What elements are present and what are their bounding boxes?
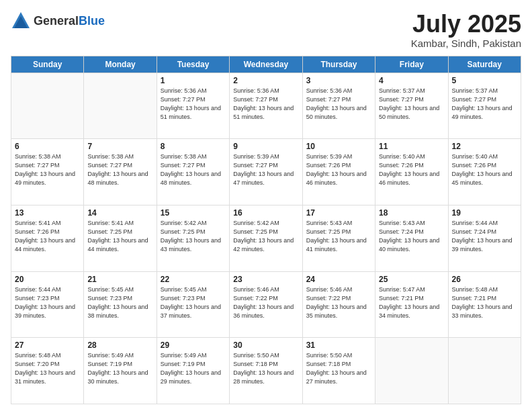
title-month: July 2025 [411,11,521,38]
day-detail: Sunrise: 5:36 AMSunset: 7:27 PMDaylight:… [233,87,298,122]
calendar-week-row: 13Sunrise: 5:41 AMSunset: 7:26 PMDayligh… [11,205,521,271]
day-number: 13 [15,208,80,218]
day-number: 18 [379,208,444,218]
calendar-header-row: Sunday Monday Tuesday Wednesday Thursday… [11,56,521,73]
table-row: 7Sunrise: 5:38 AMSunset: 7:27 PMDaylight… [84,139,157,205]
svg-rect-2 [11,11,20,20]
table-row: 14Sunrise: 5:41 AMSunset: 7:25 PMDayligh… [84,205,157,271]
table-row: 30Sunrise: 5:50 AMSunset: 7:18 PMDayligh… [230,338,302,404]
day-number: 21 [87,275,152,284]
day-detail: Sunrise: 5:43 AMSunset: 7:24 PMDaylight:… [379,219,444,254]
day-detail: Sunrise: 5:37 AMSunset: 7:27 PMDaylight:… [452,87,517,122]
day-number: 26 [452,275,517,284]
col-thursday: Thursday [302,56,375,73]
table-row: 23Sunrise: 5:46 AMSunset: 7:22 PMDayligh… [230,271,302,338]
day-number: 2 [233,76,298,85]
table-row: 2Sunrise: 5:36 AMSunset: 7:27 PMDaylight… [230,73,302,139]
day-number: 22 [161,275,226,284]
day-number: 14 [87,208,152,218]
table-row: 12Sunrise: 5:40 AMSunset: 7:26 PMDayligh… [448,139,521,205]
day-detail: Sunrise: 5:39 AMSunset: 7:26 PMDaylight:… [306,152,371,187]
table-row: 19Sunrise: 5:44 AMSunset: 7:24 PMDayligh… [448,205,521,271]
col-friday: Friday [375,56,448,73]
calendar-week-row: 27Sunrise: 5:48 AMSunset: 7:20 PMDayligh… [11,338,521,404]
day-number: 27 [15,340,80,350]
day-number: 28 [87,340,152,350]
day-detail: Sunrise: 5:36 AMSunset: 7:27 PMDaylight:… [306,87,371,122]
day-detail: Sunrise: 5:49 AMSunset: 7:19 PMDaylight:… [87,351,152,386]
table-row: 22Sunrise: 5:45 AMSunset: 7:23 PMDayligh… [157,271,229,338]
col-tuesday: Tuesday [157,56,229,73]
day-number: 3 [306,76,371,85]
logo-container: GeneralBlue [11,11,105,31]
day-number: 15 [161,208,226,218]
day-detail: Sunrise: 5:38 AMSunset: 7:27 PMDaylight:… [87,152,152,187]
col-monday: Monday [84,56,157,73]
day-number: 23 [233,275,298,284]
day-detail: Sunrise: 5:41 AMSunset: 7:25 PMDaylight:… [87,219,152,254]
table-row [11,73,84,139]
logo-text: GeneralBlue [34,15,105,28]
day-detail: Sunrise: 5:37 AMSunset: 7:27 PMDaylight:… [379,87,444,122]
table-row: 31Sunrise: 5:50 AMSunset: 7:18 PMDayligh… [302,338,375,404]
day-detail: Sunrise: 5:41 AMSunset: 7:26 PMDaylight:… [15,219,80,254]
table-row: 25Sunrise: 5:47 AMSunset: 7:21 PMDayligh… [375,271,448,338]
table-row: 5Sunrise: 5:37 AMSunset: 7:27 PMDaylight… [448,73,521,139]
table-row: 17Sunrise: 5:43 AMSunset: 7:25 PMDayligh… [302,205,375,271]
day-number: 5 [452,76,517,85]
table-row: 16Sunrise: 5:42 AMSunset: 7:25 PMDayligh… [230,205,302,271]
table-row: 18Sunrise: 5:43 AMSunset: 7:24 PMDayligh… [375,205,448,271]
table-row: 21Sunrise: 5:45 AMSunset: 7:23 PMDayligh… [84,271,157,338]
day-detail: Sunrise: 5:42 AMSunset: 7:25 PMDaylight:… [233,219,298,254]
day-number: 25 [379,275,444,284]
day-number: 16 [233,208,298,218]
day-detail: Sunrise: 5:40 AMSunset: 7:26 PMDaylight:… [379,152,444,187]
day-number: 20 [15,275,80,284]
table-row [375,338,448,404]
day-number: 9 [233,142,298,151]
table-row: 9Sunrise: 5:39 AMSunset: 7:27 PMDaylight… [230,139,302,205]
table-row [84,73,157,139]
table-row: 28Sunrise: 5:49 AMSunset: 7:19 PMDayligh… [84,338,157,404]
logo-general: General [34,14,79,28]
day-number: 24 [306,275,371,284]
logo-icon [11,11,31,31]
table-row: 10Sunrise: 5:39 AMSunset: 7:26 PMDayligh… [302,139,375,205]
table-row [448,338,521,404]
table-row: 27Sunrise: 5:48 AMSunset: 7:20 PMDayligh… [11,338,84,404]
logo-blue: Blue [79,14,105,28]
day-detail: Sunrise: 5:46 AMSunset: 7:22 PMDaylight:… [306,285,371,320]
day-number: 17 [306,208,371,218]
col-saturday: Saturday [448,56,521,73]
day-detail: Sunrise: 5:47 AMSunset: 7:21 PMDaylight:… [379,285,444,320]
day-number: 10 [306,142,371,151]
day-number: 4 [379,76,444,85]
table-row: 3Sunrise: 5:36 AMSunset: 7:27 PMDaylight… [302,73,375,139]
table-row: 8Sunrise: 5:38 AMSunset: 7:27 PMDaylight… [157,139,229,205]
calendar-week-row: 20Sunrise: 5:44 AMSunset: 7:23 PMDayligh… [11,271,521,338]
day-number: 8 [161,142,226,151]
day-detail: Sunrise: 5:44 AMSunset: 7:24 PMDaylight:… [452,219,517,254]
day-detail: Sunrise: 5:46 AMSunset: 7:22 PMDaylight:… [233,285,298,320]
day-detail: Sunrise: 5:49 AMSunset: 7:19 PMDaylight:… [161,351,226,386]
day-detail: Sunrise: 5:45 AMSunset: 7:23 PMDaylight:… [161,285,226,320]
table-row: 11Sunrise: 5:40 AMSunset: 7:26 PMDayligh… [375,139,448,205]
day-number: 31 [306,340,371,350]
day-detail: Sunrise: 5:42 AMSunset: 7:25 PMDaylight:… [161,219,226,254]
title-location: Kambar, Sindh, Pakistan [411,38,521,49]
table-row: 4Sunrise: 5:37 AMSunset: 7:27 PMDaylight… [375,73,448,139]
day-detail: Sunrise: 5:50 AMSunset: 7:18 PMDaylight:… [306,351,371,386]
day-detail: Sunrise: 5:38 AMSunset: 7:27 PMDaylight:… [15,152,80,187]
day-detail: Sunrise: 5:40 AMSunset: 7:26 PMDaylight:… [452,152,517,187]
logo: GeneralBlue [11,11,105,31]
day-detail: Sunrise: 5:38 AMSunset: 7:27 PMDaylight:… [161,152,226,187]
title-block: July 2025 Kambar, Sindh, Pakistan [411,11,521,49]
table-row: 24Sunrise: 5:46 AMSunset: 7:22 PMDayligh… [302,271,375,338]
day-detail: Sunrise: 5:45 AMSunset: 7:23 PMDaylight:… [87,285,152,320]
day-number: 7 [87,142,152,151]
col-sunday: Sunday [11,56,84,73]
day-number: 12 [452,142,517,151]
table-row: 15Sunrise: 5:42 AMSunset: 7:25 PMDayligh… [157,205,229,271]
col-wednesday: Wednesday [230,56,302,73]
calendar-week-row: 6Sunrise: 5:38 AMSunset: 7:27 PMDaylight… [11,139,521,205]
